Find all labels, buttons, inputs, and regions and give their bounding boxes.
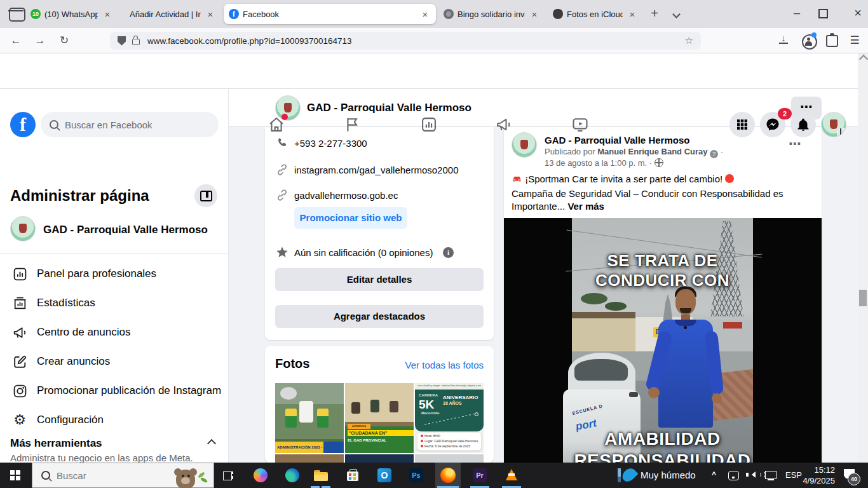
stats-icon — [11, 295, 28, 311]
weather-text[interactable]: Muy húmedo — [641, 470, 696, 480]
tracking-shield-icon[interactable] — [118, 36, 126, 46]
nav-ads-icon[interactable] — [495, 116, 513, 133]
info-icon[interactable]: i — [443, 247, 454, 258]
tab-facebook-active[interactable]: f Facebook × — [224, 4, 436, 24]
notifications-button[interactable] — [790, 112, 816, 137]
instagram-link[interactable]: instagram.com/gad_vallehermoso2000 — [294, 165, 485, 175]
photo-thumbnail[interactable] — [415, 454, 484, 463]
copilot-icon[interactable] — [248, 463, 273, 488]
downloads-icon[interactable]: ↓ — [779, 34, 788, 44]
tab-close-icon[interactable]: × — [627, 9, 638, 20]
scrollbar-up-arrow[interactable] — [860, 56, 867, 62]
taskbar-search-input[interactable] — [55, 470, 153, 482]
file-explorer-icon[interactable] — [308, 463, 334, 488]
post-options-button[interactable]: ⋯ — [789, 136, 801, 151]
vlc-icon[interactable] — [499, 463, 524, 488]
palm-tree — [581, 293, 607, 304]
new-tab-button[interactable]: + — [646, 5, 663, 23]
clock[interactable]: 15:12 4/9/2025 — [796, 464, 835, 486]
tab-close-icon[interactable]: × — [205, 9, 216, 20]
lock-icon[interactable] — [132, 39, 140, 45]
facebook-search[interactable] — [41, 112, 219, 137]
edit-details-button[interactable]: Editar detalles — [275, 268, 484, 291]
url-bar[interactable]: ☆ — [110, 32, 701, 50]
search-highlight-bear-image[interactable] — [171, 468, 209, 488]
tab-close-icon[interactable]: × — [529, 9, 540, 20]
see-all-photos-link[interactable]: Ver todas las fotos — [356, 360, 484, 370]
sidebar-item-panel[interactable]: Panel para profesionales — [0, 259, 229, 288]
page-scrollbar[interactable] — [858, 53, 868, 463]
network-icon[interactable] — [765, 471, 776, 479]
browser-menu-icon[interactable]: ☰ — [845, 28, 864, 53]
photoshop-icon[interactable]: Ps — [403, 463, 429, 488]
whatsapp-favicon: 10 — [31, 9, 41, 19]
apps-menu-button[interactable] — [729, 112, 755, 137]
forward-button[interactable]: → — [31, 28, 50, 53]
tab-whatsapp[interactable]: 10 (10) WhatsApp Business × — [25, 4, 118, 24]
question-badge-icon[interactable]: ? — [710, 150, 718, 158]
facebook-logo[interactable]: f — [10, 112, 36, 137]
collapse-sidebar-button[interactable] — [194, 184, 217, 207]
volume-icon[interactable] — [749, 471, 764, 478]
outlook-icon[interactable]: O — [372, 463, 397, 488]
tray-cast-icon[interactable] — [728, 471, 739, 480]
search-input[interactable] — [64, 119, 206, 131]
nav-home-icon[interactable] — [268, 116, 285, 133]
collapse-more-tools-chevron[interactable] — [208, 440, 215, 447]
sidebar-item-label: Configuración — [37, 414, 104, 426]
sidebar-item-centro-anuncios[interactable]: Centro de anuncios — [0, 318, 229, 347]
photo-thumbnail[interactable]: ADMINISTRACIÓN 2023 - 2027 — [275, 383, 344, 453]
window-minimize-button[interactable]: – — [787, 4, 807, 23]
post-date[interactable]: 13 de agosto a la 1:00 p. m. · — [545, 158, 786, 168]
edge-icon[interactable] — [280, 463, 305, 488]
tab-close-icon[interactable]: × — [102, 9, 113, 20]
page-title[interactable]: GAD - Parroquial Valle Hermoso — [307, 102, 625, 114]
extensions-puzzle-icon[interactable] — [826, 35, 838, 47]
tab-close-icon[interactable]: × — [419, 9, 431, 20]
window-maximize-button[interactable] — [818, 9, 828, 18]
back-button[interactable]: ← — [6, 28, 25, 53]
nav-insights-icon[interactable] — [420, 116, 438, 133]
sidebar-page-name[interactable]: GAD - Parroquial Valle Hermoso — [43, 224, 221, 236]
sidebar-item-configuracion[interactable]: ⚙ Configuración — [0, 405, 229, 435]
photo-thumbnail[interactable] — [275, 454, 344, 463]
profile-avatar[interactable] — [821, 112, 846, 137]
facebook-favicon: f — [229, 9, 239, 19]
bookmark-star-icon[interactable]: ☆ — [685, 35, 693, 46]
palm-tree — [605, 302, 627, 311]
messenger-button[interactable]: 2 — [760, 112, 785, 137]
phone-icon — [275, 136, 289, 150]
see-more-link[interactable]: Ver más — [567, 201, 604, 212]
scrollbar-thumb[interactable] — [859, 290, 867, 306]
nav-video-icon[interactable] — [571, 116, 589, 133]
promote-website-button[interactable]: Promocionar sitio web — [294, 207, 407, 229]
sidebar-item-estadisticas[interactable]: Estadísticas — [0, 288, 229, 318]
tab-informes[interactable]: Añadir Actividad | Informes Mens × — [121, 4, 221, 24]
sidebar-item-crear-anuncios[interactable]: Crear anuncios — [0, 347, 229, 376]
nav-pages-icon[interactable] — [344, 116, 362, 133]
post-author-avatar[interactable] — [512, 132, 537, 158]
tray-expand-chevron[interactable]: ^ — [712, 470, 716, 479]
premiere-icon[interactable]: Pr — [467, 463, 492, 488]
photo-thumbnail[interactable]: con tu familia y amigos · mañana llena d… — [415, 383, 484, 453]
photo-thumbnail[interactable] — [345, 454, 414, 463]
add-highlights-button[interactable]: Agregar destacados — [275, 305, 484, 328]
firefox-icon-active[interactable] — [435, 463, 461, 488]
task-view-button[interactable] — [216, 463, 241, 488]
reload-button[interactable]: ↻ — [55, 28, 74, 53]
flyer-aniversario: ANIVERSARIO — [443, 395, 478, 400]
account-icon[interactable] — [802, 34, 817, 50]
website-link[interactable]: gadvallehermoso.gob.ec — [294, 190, 485, 201]
microsoft-store-icon[interactable] — [340, 463, 365, 488]
tab-bingo[interactable]: Bingo solidario invitación × — [438, 4, 545, 24]
window-close-button[interactable]: × — [848, 4, 868, 23]
tab-list-chevron[interactable] — [674, 11, 679, 17]
url-input[interactable] — [146, 36, 685, 46]
taskbar-search[interactable] — [32, 463, 214, 488]
sidebar-item-promocionar-instagram[interactable]: Promocionar publicación de Instagram — [0, 376, 229, 405]
post-video[interactable]: E ESCUELA D port — [504, 218, 822, 463]
page-avatar[interactable] — [10, 216, 36, 241]
photo-thumbnail[interactable]: AUDIENCIA "CIUDADANA EN" EL GAD PROVINCI… — [345, 383, 414, 453]
start-button[interactable] — [3, 463, 28, 488]
tab-icloud[interactable]: Fotos en iCloud - Apple iClou × — [548, 4, 643, 24]
